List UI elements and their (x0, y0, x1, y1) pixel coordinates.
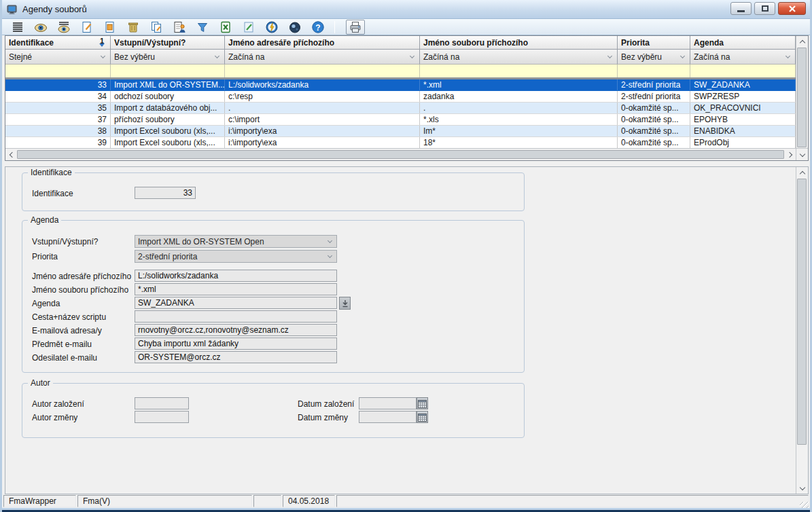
view-list-button[interactable] (56, 20, 71, 34)
datum-zalozeni-field (359, 397, 417, 409)
autor-zalozeni-field (135, 397, 189, 409)
filter-input-4[interactable] (420, 65, 618, 77)
table-row[interactable]: 37příchozí souboryc:\import*.xls0-okamži… (5, 114, 796, 126)
table-row[interactable]: 35Import z databázového obj.....0-okamži… (5, 103, 796, 114)
filter-input-5[interactable] (618, 65, 690, 77)
filter-combo-4[interactable]: Začíná na (420, 50, 618, 65)
horizontal-scrollbar-thumb[interactable] (17, 150, 784, 159)
edit-record-button[interactable] (103, 20, 117, 34)
document-user-icon (173, 20, 186, 34)
filter-input-2[interactable] (111, 65, 225, 77)
minimize-icon (737, 10, 745, 12)
vertical-scrollbar-thumb[interactable] (797, 179, 807, 445)
cell: odchozí soubory (111, 91, 225, 102)
vertical-scrollbar-thumb[interactable] (797, 48, 807, 147)
excel-icon (219, 20, 232, 34)
cell: ENABIDKA (690, 126, 796, 136)
filter-input-6[interactable] (690, 65, 796, 77)
grid-vertical-scrollbar[interactable] (796, 36, 808, 148)
agenda-field: SW_ZADANKA (135, 297, 337, 309)
statusbar: FmaWrapperFma(V)04.05.2018 (2, 494, 810, 508)
filter-funnel-icon (196, 20, 209, 34)
predmet-field: Chyba importu xml žádanky (135, 337, 337, 350)
maximize-icon (762, 5, 769, 12)
cell: c:\resp (225, 91, 420, 102)
column-header-3[interactable]: Jméno adresáře příchozího (225, 36, 420, 50)
copy-record-button[interactable] (149, 20, 163, 34)
table-row[interactable]: 38Import Excel souboru (xls,...i:\import… (5, 126, 796, 137)
chevron-down-icon (680, 54, 685, 58)
datum-zmeny-calendar-button[interactable] (417, 411, 428, 423)
chevron-up-icon (799, 171, 805, 177)
table-row[interactable]: 34odchozí souboryc:\respzadanka2-střední… (5, 91, 796, 103)
eye-icon (34, 20, 48, 34)
view-record-button[interactable] (33, 20, 48, 34)
maximize-button[interactable] (754, 2, 775, 15)
svg-text:?: ? (315, 22, 320, 32)
filter-input-3[interactable] (225, 65, 420, 77)
toolbar: ? (2, 19, 810, 35)
scroll-up-button[interactable] (796, 36, 808, 48)
minimize-button[interactable] (730, 2, 752, 15)
script-label: Cesta+název scriptu (32, 311, 106, 323)
scroll-down-button[interactable] (796, 148, 808, 160)
cell: Import z databázového obj... (111, 103, 225, 113)
datum-zalozeni-calendar-button[interactable] (417, 397, 428, 409)
scroll-up-button[interactable] (796, 167, 808, 179)
group-autor: Autor Autor založení Autor změny Datum z… (22, 383, 525, 438)
help-button[interactable]: ? (311, 20, 325, 34)
refresh-button[interactable] (264, 20, 279, 34)
filter-button[interactable] (195, 20, 209, 34)
cell: L:/solidworks/zadanka (225, 79, 420, 90)
agenda-lookup-button[interactable] (339, 297, 351, 310)
vstupni-vystupni-label: Vstupní/Výstupní? (32, 236, 98, 248)
batch-records-button[interactable] (172, 20, 186, 34)
new-record-button[interactable] (80, 20, 94, 34)
cell: SW_ZADANKA (690, 79, 796, 90)
print-button[interactable] (346, 20, 365, 35)
soubor-field: *.xml (135, 283, 337, 295)
cell: 33 (5, 79, 111, 90)
cell: 0-okamžité sp... (618, 103, 690, 113)
filter-combo-5[interactable]: Bez výběru (618, 50, 690, 65)
quick-edit-button[interactable] (241, 20, 255, 34)
email-label: E-mailová adresa/y (32, 325, 102, 337)
cell: Import Excel souboru (xls,... (111, 126, 225, 136)
column-header-5[interactable]: Priorita (618, 36, 690, 50)
filter-combo-1[interactable]: Stejné (5, 50, 111, 65)
odesilatel-label: Odesilatel e-mailu (32, 352, 97, 364)
scroll-left-button[interactable] (5, 149, 17, 160)
column-header-2[interactable]: Vstupní/Výstupní? (111, 36, 225, 50)
detail-vertical-scrollbar[interactable] (796, 167, 808, 494)
script-field (135, 310, 337, 323)
column-header-4[interactable]: Jméno souboru příchozího (420, 36, 618, 50)
list-view-button[interactable] (10, 20, 24, 34)
cell: *.xml (420, 79, 618, 90)
cell: i:\importy\exa (225, 126, 420, 136)
edit-document-icon (103, 20, 117, 34)
filter-combo-2[interactable]: Bez výběru (111, 50, 225, 65)
calendar-icon (418, 399, 427, 408)
cell: 0-okamžité sp... (618, 114, 690, 125)
chevron-down-icon (101, 54, 105, 58)
scroll-right-button[interactable] (784, 149, 796, 160)
table-row[interactable]: 39Import Excel souboru (xls,...i:\import… (5, 137, 796, 149)
group-identifikace: Identifikace Identifikace 33 (22, 172, 525, 211)
soubor-label: Jméno souboru příchozího (32, 284, 128, 296)
filter-input-1[interactable] (5, 65, 111, 77)
column-header-6[interactable]: Agenda (690, 36, 796, 50)
table-row[interactable]: 33Import XML do OR-SYSTEM...L:/solidwork… (5, 79, 796, 91)
combo-value: 2-střední priorita (138, 252, 197, 261)
snapshot-button[interactable] (287, 20, 302, 34)
close-button[interactable] (778, 2, 806, 15)
grid-horizontal-scrollbar[interactable] (5, 148, 796, 160)
filter-combo-3[interactable]: Začíná na (225, 50, 420, 65)
chevron-down-icon (215, 54, 219, 58)
excel-export-button[interactable] (218, 20, 232, 34)
delete-record-button[interactable] (126, 20, 140, 34)
scroll-down-button[interactable] (796, 482, 808, 494)
column-label: Agenda (694, 38, 724, 48)
filter-combo-value: Stejné (9, 52, 32, 62)
column-header-1[interactable]: Identifikace1 (5, 36, 111, 50)
filter-combo-6[interactable]: Začíná na (690, 50, 796, 65)
